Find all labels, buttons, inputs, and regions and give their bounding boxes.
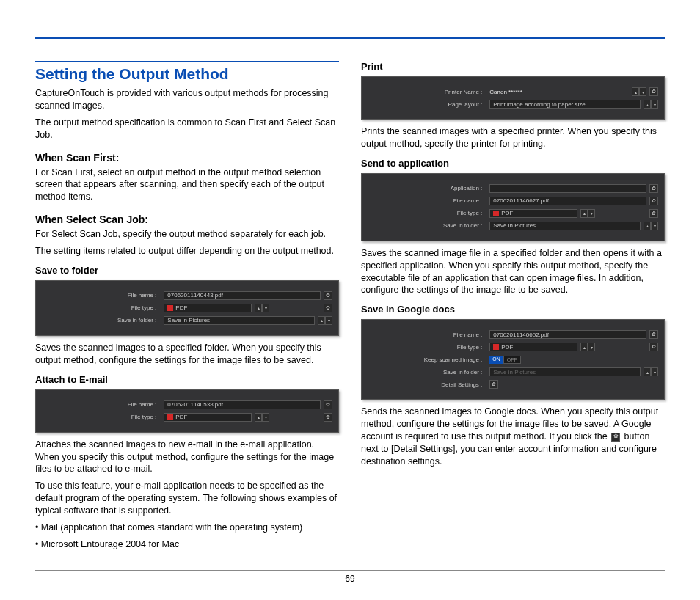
savein-label: Save in folder :	[42, 317, 164, 323]
savein-label: Save in folder :	[368, 369, 489, 376]
document-page: Setting the Output Method CaptureOnTouch…	[0, 0, 700, 600]
layout-dropdown[interactable]: Print image according to paper size	[489, 100, 641, 109]
filetype-stepper[interactable]: ▴▾	[255, 304, 269, 312]
filetype-row: File type : PDF ▴▾ ✿	[368, 208, 658, 219]
toggle-on: ON	[489, 356, 503, 364]
gear-icon[interactable]: ✿	[649, 209, 658, 218]
savein-stepper[interactable]: ▴▾	[318, 316, 332, 325]
send-app-body: Saves the scanned image file in a specif…	[361, 247, 665, 297]
filetype-stepper[interactable]: ▴▾	[255, 413, 269, 422]
print-stepper[interactable]: ▴▾	[632, 87, 646, 96]
left-column: Setting the Output Method CaptureOnTouch…	[35, 61, 339, 555]
section-heading: Setting the Output Method	[35, 61, 339, 83]
pdf-icon	[493, 344, 499, 350]
print-heading: Print	[361, 61, 665, 72]
filetype-stepper[interactable]: ▴▾	[580, 209, 595, 218]
filename-value: 07062011140443.pdf	[164, 291, 321, 300]
detail-label: Detail Settings :	[368, 381, 489, 388]
filetype-row: File type : PDF ▴▾ ✿	[42, 412, 332, 422]
save-to-folder-screenshot: File name : 07062011140443.pdf ✿ File ty…	[35, 280, 339, 336]
google-docs-screenshot: File name : 07062011140652.pdf ✿ File ty…	[361, 319, 665, 400]
layout-row: Page layout : Print image according to p…	[368, 99, 658, 109]
filename-row: File name : 07062011140652.pdf ✿	[368, 329, 658, 340]
attach-email-body-2: To use this feature, your e-mail applica…	[35, 480, 339, 517]
gear-icon[interactable]: ✿	[324, 291, 332, 300]
attach-email-heading: Attach to E-mail	[35, 374, 339, 385]
savein-dropdown[interactable]: Save in Pictures	[489, 222, 641, 230]
pdf-icon	[167, 414, 173, 420]
filetype-label: File type :	[42, 414, 164, 420]
two-column-layout: Setting the Output Method CaptureOnTouch…	[35, 61, 665, 555]
savein-stepper[interactable]: ▴▾	[644, 222, 658, 230]
filename-label: File name :	[42, 292, 164, 299]
savein-dropdown[interactable]: Save in Pictures	[164, 316, 315, 325]
filetype-stepper[interactable]: ▴▾	[580, 343, 595, 351]
savein-dropdown: Save in Pictures	[489, 367, 641, 376]
savein-label: Save in folder :	[368, 222, 489, 229]
bullet-item: • Mail (application that comes standard …	[35, 522, 339, 534]
email-bullets: • Mail (application that comes standard …	[35, 522, 339, 551]
filetype-dropdown[interactable]: PDF	[489, 209, 577, 218]
bullet-item: • Microsoft Entourage 2004 for Mac	[35, 538, 339, 551]
send-app-screenshot: Application : ✿ File name : 070620111406…	[361, 173, 665, 241]
attach-email-screenshot: File name : 07062011140538.pdf ✿ File ty…	[35, 389, 339, 433]
toggle-off: OFF	[503, 356, 521, 364]
gear-icon[interactable]: ✿	[649, 87, 658, 96]
filetype-label: File type :	[368, 344, 489, 351]
detail-row: Detail Settings : ✿	[368, 379, 658, 389]
detail-gear-button[interactable]: ✿	[489, 380, 498, 389]
filename-value: 07062011140652.pdf	[489, 330, 646, 339]
save-to-folder-heading: Save to folder	[35, 265, 339, 276]
print-body: Prints the scanned images with a specifi…	[361, 125, 665, 150]
filetype-label: File type :	[368, 210, 489, 216]
attach-email-body-1: Attaches the scanned images to new e-mai…	[35, 439, 339, 476]
filename-row: File name : 07062011140627.pdf ✿	[368, 196, 658, 206]
page-top-rule	[35, 37, 665, 39]
app-field[interactable]	[489, 184, 646, 193]
filename-value: 07062011140538.pdf	[164, 400, 321, 409]
filetype-label: File type :	[42, 304, 164, 311]
filename-label: File name :	[42, 401, 164, 408]
gear-icon[interactable]: ✿	[324, 304, 332, 312]
layout-stepper[interactable]: ▴▾	[644, 100, 658, 109]
filename-label: File name :	[368, 197, 489, 204]
intro-paragraph-2: The output method specification is commo…	[35, 117, 339, 142]
select-scan-heading: When Select Scan Job:	[35, 213, 339, 225]
filetype-dropdown[interactable]: PDF	[164, 304, 252, 312]
pdf-icon	[167, 305, 173, 311]
print-screenshot: Printer Name : Canon ****** ▴▾ ✿ Page la…	[361, 76, 665, 120]
gear-icon[interactable]: ✿	[324, 400, 332, 409]
page-footer: 69	[35, 570, 665, 584]
save-to-folder-body: Saves the scanned images to a specified …	[35, 342, 339, 367]
intro-paragraph-1: CaptureOnTouch is provided with various …	[35, 87, 339, 112]
app-label: Application :	[368, 185, 489, 191]
filename-value: 07062011140627.pdf	[489, 197, 646, 205]
keep-row: Keep scanned image : ON OFF	[368, 354, 658, 365]
gear-icon[interactable]: ✿	[649, 197, 658, 205]
filetype-dropdown[interactable]: PDF	[164, 413, 252, 422]
select-scan-body-1: For Select Scan Job, specify the output …	[35, 228, 339, 241]
gear-icon[interactable]: ✿	[324, 413, 332, 422]
filename-label: File name :	[368, 332, 489, 338]
keep-toggle[interactable]: ON OFF	[489, 356, 521, 364]
keep-label: Keep scanned image :	[368, 356, 489, 363]
page-number: 69	[345, 574, 354, 584]
savein-stepper: ▴▾	[644, 367, 658, 376]
filetype-dropdown[interactable]: PDF	[489, 343, 577, 351]
filename-row: File name : 07062011140538.pdf ✿	[42, 400, 332, 410]
pdf-icon	[493, 211, 499, 216]
app-row: Application : ✿	[368, 183, 658, 194]
scan-first-body: For Scan First, select an output method …	[35, 167, 339, 204]
printer-label: Printer Name :	[368, 89, 489, 95]
savein-row: Save in folder : Save in Pictures ▴▾	[368, 221, 658, 231]
google-docs-body: Sends the scanned images to Google docs.…	[361, 406, 665, 467]
scan-first-heading: When Scan First:	[35, 152, 339, 164]
gear-icon[interactable]: ✿	[649, 184, 658, 193]
gear-icon: ✿	[611, 433, 620, 442]
filetype-row: File type : PDF ▴▾ ✿	[368, 342, 658, 352]
send-app-heading: Send to application	[361, 158, 665, 169]
filename-row: File name : 07062011140443.pdf ✿	[42, 290, 332, 301]
gear-icon[interactable]: ✿	[649, 343, 658, 351]
right-column: Print Printer Name : Canon ****** ▴▾ ✿ P…	[361, 61, 665, 555]
gear-icon[interactable]: ✿	[649, 330, 658, 339]
